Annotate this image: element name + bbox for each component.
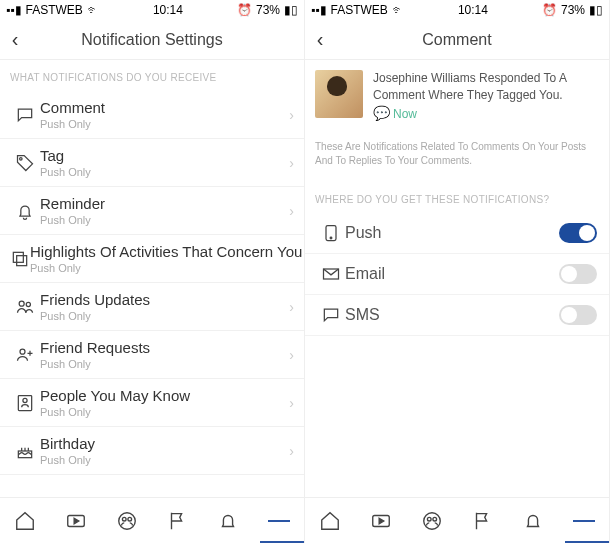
group-icon xyxy=(10,297,40,317)
chevron-right-icon: › xyxy=(283,203,294,219)
page-title: Notification Settings xyxy=(30,31,274,49)
description-text: These Are Notifications Related To Comme… xyxy=(305,132,609,182)
clock: 10:14 xyxy=(153,3,183,17)
bell-nav-icon[interactable] xyxy=(522,510,544,532)
section-header: WHERE DO YOU GET THESE NOTIFICATIONS? xyxy=(305,182,609,213)
header: ‹ Notification Settings xyxy=(0,20,304,60)
notification-card[interactable]: Josephine Williams Responded To A Commen… xyxy=(305,60,609,132)
avatar xyxy=(315,70,363,118)
item-sub: Push Only xyxy=(40,166,283,178)
wifi-icon: ᯤ xyxy=(392,3,404,17)
phone-right: ▪▪▮FASTWEBᯤ 10:14 ⏰73%▮▯ ‹ Comment Josep… xyxy=(305,0,610,543)
cake-icon xyxy=(10,441,40,461)
svg-rect-1 xyxy=(13,252,23,262)
item-friend-requests[interactable]: Friend RequestsPush Only › xyxy=(0,331,304,379)
switch[interactable] xyxy=(559,223,597,243)
item-sub: Push Only xyxy=(40,406,283,418)
notification-time: Now xyxy=(393,107,417,121)
item-sub: Push Only xyxy=(40,214,283,226)
menu-icon[interactable] xyxy=(268,510,290,532)
item-title: Tag xyxy=(40,147,283,164)
bottom-nav xyxy=(0,497,304,543)
email-icon xyxy=(317,264,345,284)
item-title: Reminder xyxy=(40,195,283,212)
toggle-sms[interactable]: SMS xyxy=(305,295,609,336)
clock: 10:14 xyxy=(458,3,488,17)
svg-rect-2 xyxy=(17,255,27,265)
svg-point-12 xyxy=(128,517,132,521)
video-icon[interactable] xyxy=(65,510,87,532)
settings-list: CommentPush Only › TagPush Only › Remind… xyxy=(0,91,304,543)
status-bar: ▪▪▮FASTWEBᯤ 10:14 ⏰73%▮▯ xyxy=(305,0,609,20)
status-bar: ▪▪▮FASTWEBᯤ 10:14 ⏰73%▮▯ xyxy=(0,0,304,20)
push-icon xyxy=(317,223,345,243)
item-sub: Push Only xyxy=(40,118,283,130)
item-comment[interactable]: CommentPush Only › xyxy=(0,91,304,139)
item-sub: Push Only xyxy=(30,262,302,274)
item-title: Birthday xyxy=(40,435,283,452)
toggle-push[interactable]: Push xyxy=(305,213,609,254)
battery-icon: ▮▯ xyxy=(589,3,603,17)
toggle-email[interactable]: Email xyxy=(305,254,609,295)
carrier: FASTWEB xyxy=(331,3,388,17)
bottom-nav xyxy=(305,497,609,543)
back-button[interactable]: ‹ xyxy=(0,28,30,51)
comment-icon xyxy=(10,105,40,125)
tag-icon xyxy=(10,153,40,173)
flag-icon[interactable] xyxy=(471,510,493,532)
svg-point-19 xyxy=(433,517,437,521)
section-header: WHAT NOTIFICATIONS DO YOU RECEIVE xyxy=(0,60,304,91)
add-friend-icon xyxy=(10,345,40,365)
chevron-right-icon: › xyxy=(283,155,294,171)
alarm-icon: ⏰ xyxy=(237,3,252,17)
toggle-label: Email xyxy=(345,265,559,283)
speech-icon: 💬 xyxy=(373,105,390,121)
svg-point-10 xyxy=(118,512,135,529)
notification-text: Josephine Williams Responded To A Commen… xyxy=(373,70,599,104)
chevron-right-icon: › xyxy=(283,395,294,411)
item-people-you-may-know[interactable]: People You May KnowPush Only › xyxy=(0,379,304,427)
sms-icon xyxy=(317,305,345,325)
chevron-right-icon: › xyxy=(283,299,294,315)
item-title: People You May Know xyxy=(40,387,283,404)
alarm-icon: ⏰ xyxy=(542,3,557,17)
back-button[interactable]: ‹ xyxy=(305,28,335,51)
item-tag[interactable]: TagPush Only › xyxy=(0,139,304,187)
item-friends-updates[interactable]: Friends UpdatesPush Only › xyxy=(0,283,304,331)
home-icon[interactable] xyxy=(14,510,36,532)
item-title: Highlights Of Activities That Concern Yo… xyxy=(30,243,302,260)
home-icon[interactable] xyxy=(319,510,341,532)
svg-point-11 xyxy=(122,517,126,521)
toggle-label: SMS xyxy=(345,306,559,324)
svg-point-3 xyxy=(19,301,24,306)
wifi-icon: ᯤ xyxy=(87,3,99,17)
item-sub: Push Only xyxy=(40,358,283,370)
menu-icon[interactable] xyxy=(573,510,595,532)
svg-point-18 xyxy=(427,517,431,521)
bell-icon xyxy=(10,201,40,221)
signal-icon: ▪▪▮ xyxy=(311,3,327,17)
phone-left: ▪▪▮FASTWEBᯤ 10:14 ⏰73%▮▯ ‹ Notification … xyxy=(0,0,305,543)
video-icon[interactable] xyxy=(370,510,392,532)
item-highlights[interactable]: Highlights Of Activities That Concern Yo… xyxy=(0,235,304,283)
svg-point-14 xyxy=(330,237,332,239)
item-title: Comment xyxy=(40,99,283,116)
item-title: Friends Updates xyxy=(40,291,283,308)
chevron-right-icon: › xyxy=(302,251,304,267)
switch[interactable] xyxy=(559,305,597,325)
battery-pct: 73% xyxy=(561,3,585,17)
groups-icon[interactable] xyxy=(421,510,443,532)
bell-nav-icon[interactable] xyxy=(217,510,239,532)
switch[interactable] xyxy=(559,264,597,284)
item-sub: Push Only xyxy=(40,310,283,322)
signal-icon: ▪▪▮ xyxy=(6,3,22,17)
item-reminder[interactable]: ReminderPush Only › xyxy=(0,187,304,235)
chevron-right-icon: › xyxy=(283,443,294,459)
groups-icon[interactable] xyxy=(116,510,138,532)
battery-pct: 73% xyxy=(256,3,280,17)
item-title: Friend Requests xyxy=(40,339,283,356)
carrier: FASTWEB xyxy=(26,3,83,17)
flag-icon[interactable] xyxy=(166,510,188,532)
item-birthday[interactable]: BirthdayPush Only › xyxy=(0,427,304,475)
page-title: Comment xyxy=(335,31,579,49)
